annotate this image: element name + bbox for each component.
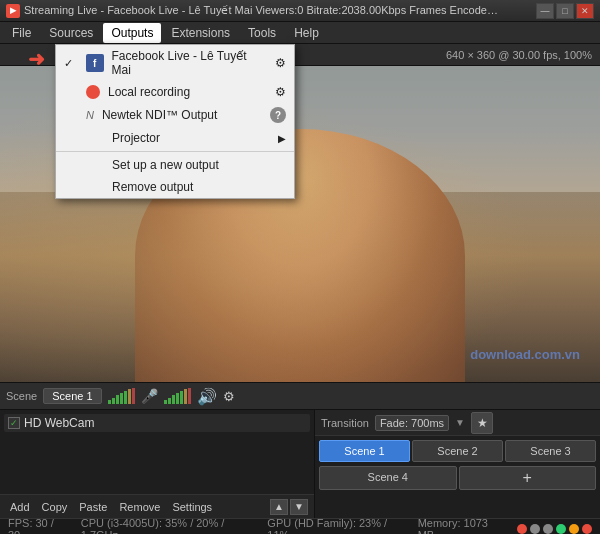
dropdown-item-remove[interactable]: Remove output (56, 176, 294, 198)
dropdown-item-local[interactable]: Local recording ⚙ (56, 81, 294, 103)
dropdown-item-setup[interactable]: Set up a new output (56, 154, 294, 176)
memory-status: Memory: 1073 MB (418, 517, 501, 535)
move-up-button[interactable]: ▲ (270, 499, 288, 515)
app-window: ▶ Streaming Live - Facebook Live - Lê Tu… (0, 0, 600, 534)
submenu-arrow-icon: ▶ (278, 133, 286, 144)
audio-level-left (108, 388, 135, 404)
facebook-label: Facebook Live - Lê Tuyết Mai (112, 49, 267, 77)
remove-button[interactable]: Remove (115, 500, 164, 514)
scene-label: Scene (6, 390, 37, 402)
red-arrow-icon: ➜ (28, 47, 45, 71)
add-scene-button[interactable]: + (459, 466, 597, 490)
facebook-icon: f (86, 54, 104, 72)
fb-gear-icon[interactable]: ⚙ (275, 56, 286, 70)
fps-status: FPS: 30 / 30 (8, 517, 65, 535)
menu-outputs[interactable]: Outputs (103, 23, 161, 43)
source-label: HD WebCam (24, 416, 94, 430)
question-icon[interactable]: ? (270, 107, 286, 123)
dropdown-item-projector[interactable]: Projector ▶ (56, 127, 294, 149)
app-icon: ▶ (6, 4, 20, 18)
menu-file[interactable]: File (4, 23, 39, 43)
sources-list: ✓ HD WebCam (0, 410, 314, 494)
scene-button-4[interactable]: Scene 4 (319, 466, 457, 490)
menu-tools[interactable]: Tools (240, 23, 284, 43)
panel-footer: Add Copy Paste Remove Settings ▲ ▼ (0, 494, 314, 518)
maximize-button[interactable]: □ (556, 3, 574, 19)
status-dot-1 (517, 524, 527, 534)
transition-label: Transition (321, 417, 369, 429)
audio-settings-icon[interactable]: ⚙ (223, 389, 235, 404)
chevron-down-icon[interactable]: ▼ (455, 417, 465, 428)
outputs-dropdown: ➜ ✓ f Facebook Live - Lê Tuyết Mai ⚙ Loc… (55, 44, 295, 199)
scenes-panel: Transition Fade: 700ms ▼ ★ Scene 1 Scene… (315, 410, 600, 518)
local-recording-label: Local recording (108, 85, 190, 99)
status-dot-4 (556, 524, 566, 534)
speaker-icon[interactable]: 🔊 (197, 387, 217, 406)
sources-panel: ✓ HD WebCam Add Copy Paste Remove Settin… (0, 410, 315, 518)
record-icon (86, 85, 100, 99)
scene-button-2[interactable]: Scene 2 (412, 440, 503, 462)
status-dot-2 (530, 524, 540, 534)
window-title: Streaming Live - Facebook Live - Lê Tuyế… (24, 4, 504, 17)
copy-button[interactable]: Copy (38, 500, 72, 514)
cpu-status: CPU (i3-4005U): 35% / 20% / 1.7GHz (81, 517, 252, 535)
transition-select[interactable]: Fade: 700ms (375, 415, 449, 431)
status-dot-3 (543, 524, 553, 534)
ndi-logo-icon: N (86, 109, 94, 121)
status-dot-5 (569, 524, 579, 534)
list-item[interactable]: ✓ HD WebCam (4, 414, 310, 432)
transition-bar: Transition Fade: 700ms ▼ ★ (315, 410, 600, 436)
bottom-panels: ✓ HD WebCam Add Copy Paste Remove Settin… (0, 410, 600, 518)
menu-sources[interactable]: Sources (41, 23, 101, 43)
status-dots (517, 524, 592, 534)
check-icon: ✓ (64, 57, 78, 70)
menu-extensions[interactable]: Extensions (163, 23, 238, 43)
gpu-status: GPU (HD Family): 23% / 11% (267, 517, 401, 535)
footer-arrows: ▲ ▼ (270, 499, 308, 515)
scene-button-1[interactable]: Scene 1 (319, 440, 410, 462)
minimize-button[interactable]: — (536, 3, 554, 19)
scene-name[interactable]: Scene 1 (43, 388, 101, 404)
title-bar: ▶ Streaming Live - Facebook Live - Lê Tu… (0, 0, 600, 22)
settings-button[interactable]: Settings (168, 500, 216, 514)
local-gear-icon[interactable]: ⚙ (275, 85, 286, 99)
close-button[interactable]: ✕ (576, 3, 594, 19)
dropdown-item-ndi[interactable]: N Newtek NDI™ Output ? (56, 103, 294, 127)
remove-label: Remove output (112, 180, 193, 194)
resolution-info: 640 × 360 @ 30.00 fps, 100% (446, 49, 592, 61)
projector-label: Projector (112, 131, 160, 145)
add-button[interactable]: Add (6, 500, 34, 514)
status-bar: FPS: 30 / 30 CPU (i3-4005U): 35% / 20% /… (0, 518, 600, 534)
mic-icon[interactable]: 🎤 (141, 388, 158, 404)
status-dot-6 (582, 524, 592, 534)
scene-bar: Scene Scene 1 🎤 🔊 ⚙ (0, 382, 600, 410)
scene-button-3[interactable]: Scene 3 (505, 440, 596, 462)
star-button[interactable]: ★ (471, 412, 493, 434)
scene-buttons-row2: Scene 4 + (315, 466, 600, 490)
move-down-button[interactable]: ▼ (290, 499, 308, 515)
audio-level-right (164, 388, 191, 404)
menu-bar: File Sources Outputs Extensions Tools He… (0, 22, 600, 44)
source-checkbox[interactable]: ✓ (8, 417, 20, 429)
watermark: download.com.vn (470, 347, 580, 362)
ndi-label: Newtek NDI™ Output (102, 108, 217, 122)
scene-buttons-row1: Scene 1 Scene 2 Scene 3 (315, 436, 600, 466)
dropdown-item-facebook[interactable]: ✓ f Facebook Live - Lê Tuyết Mai ⚙ (56, 45, 294, 81)
setup-label: Set up a new output (112, 158, 219, 172)
menu-help[interactable]: Help (286, 23, 327, 43)
dropdown-separator (56, 151, 294, 152)
paste-button[interactable]: Paste (75, 500, 111, 514)
